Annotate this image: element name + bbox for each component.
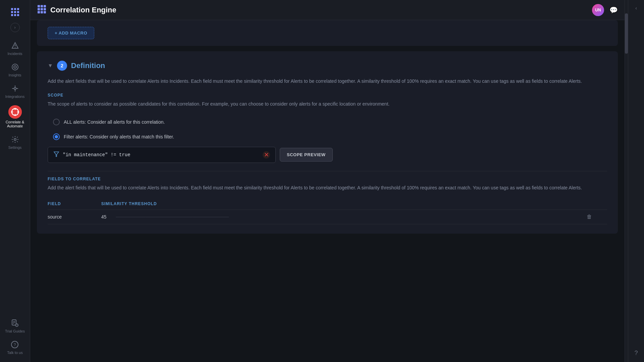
fields-description: Add the alert fields that will be used t…	[48, 184, 607, 191]
svg-text:?: ?	[14, 343, 16, 347]
sidebar-item-trial-guides[interactable]: Trial Guides	[2, 315, 28, 337]
filter-clear-button[interactable]: ✕	[263, 151, 270, 159]
svg-rect-28	[41, 5, 43, 7]
table-header-row: FIELD SIMILARITY THRESHOLD	[48, 198, 607, 210]
svg-rect-27	[38, 5, 40, 7]
section-title: Definition	[71, 61, 105, 70]
talk-to-us-icon: ?	[10, 340, 19, 349]
svg-point-6	[14, 87, 16, 89]
right-panel-help-icon[interactable]: ?	[634, 350, 638, 357]
definition-section: ▼ 2 Definition Add the alert fields that…	[37, 51, 618, 234]
filter-alerts-label: Filter alerts: Consider only alerts that…	[64, 134, 174, 139]
sidebar-item-integrations[interactable]: Integrations	[0, 80, 30, 102]
svg-rect-30	[38, 8, 40, 10]
scrollbar-thumb[interactable]	[625, 13, 628, 54]
all-alerts-radio[interactable]	[53, 119, 60, 125]
svg-rect-32	[44, 8, 46, 10]
sidebar-item-label: Incidents	[7, 52, 22, 56]
svg-point-2	[15, 47, 15, 48]
scrollbar-track[interactable]	[625, 0, 628, 362]
all-alerts-label: ALL alerts: Consider all alerts for this…	[64, 119, 165, 125]
step-badge: 2	[57, 61, 67, 71]
svg-marker-36	[54, 152, 59, 157]
threshold-value: 45	[101, 214, 107, 220]
app-header-icon	[37, 4, 46, 16]
sidebar: › Incidents Insights	[0, 0, 30, 362]
top-header: Correlation Engine UN 💬	[30, 0, 625, 20]
sidebar-expand-button[interactable]: ›	[10, 23, 20, 32]
svg-rect-33	[38, 11, 40, 13]
scope-section: SCOPE The scope of alerts to consider as…	[48, 93, 607, 163]
integrations-icon	[10, 84, 20, 93]
app-logo[interactable]	[8, 4, 22, 19]
app-title-area: Correlation Engine	[37, 4, 116, 16]
svg-rect-29	[44, 5, 46, 7]
delete-row-button[interactable]: 🗑	[587, 214, 592, 220]
correlate-icon	[8, 105, 22, 119]
svg-rect-34	[41, 11, 43, 13]
trial-guides-icon	[10, 318, 19, 328]
filter-input-box[interactable]: "in maintenance" != true ✕	[48, 147, 276, 163]
add-macro-button[interactable]: + ADD MACRO	[48, 27, 94, 39]
svg-point-24	[17, 325, 17, 326]
svg-point-5	[15, 67, 15, 67]
threshold-column-header: SIMILARITY THRESHOLD	[101, 198, 587, 210]
user-avatar[interactable]: UN	[592, 4, 604, 16]
macro-section: + ADD MACRO	[37, 20, 618, 46]
app-title: Correlation Engine	[50, 6, 116, 14]
insights-icon	[10, 62, 20, 72]
fields-to-correlate-section: FIELDS TO CORRELATE Add the alert fields…	[48, 177, 607, 224]
table-row: source 45 ──────────────────────────────…	[48, 210, 607, 224]
fields-table: FIELD SIMILARITY THRESHOLD source 45 ───…	[48, 198, 607, 224]
filter-value: "in maintenance" != true	[63, 152, 259, 158]
filter-row: "in maintenance" != true ✕ SCOPE PREVIEW	[48, 147, 607, 163]
scope-preview-button[interactable]: SCOPE PREVIEW	[280, 148, 333, 162]
svg-point-11	[8, 105, 22, 119]
definition-description: Add the alert fields that will be used t…	[48, 77, 607, 85]
content-area: + ADD MACRO ▼ 2 Definition Add the alert…	[30, 20, 625, 362]
sidebar-item-incidents[interactable]: Incidents	[0, 38, 30, 59]
right-panel: ‹ ?	[628, 0, 644, 362]
sidebar-item-label: Insights	[9, 73, 21, 77]
field-cell: source	[48, 210, 101, 224]
sidebar-item-settings[interactable]: Settings	[0, 131, 30, 153]
incidents-icon	[10, 41, 20, 50]
sidebar-item-label: Trial Guides	[5, 329, 25, 333]
delete-cell: 🗑	[587, 210, 607, 224]
collapse-button[interactable]: ▼	[48, 63, 53, 69]
sidebar-item-insights[interactable]: Insights	[0, 59, 30, 80]
section-header: ▼ 2 Definition	[48, 61, 607, 71]
sidebar-item-label: Settings	[8, 145, 22, 149]
svg-rect-35	[44, 11, 46, 13]
sidebar-item-label: Correlate & Automate	[3, 120, 27, 128]
threshold-cell: 45 ──────────────────────────────────	[101, 210, 587, 224]
filter-alerts-option[interactable]: Filter alerts: Consider only alerts that…	[48, 129, 607, 144]
fields-label: FIELDS TO CORRELATE	[48, 177, 607, 181]
sidebar-item-label: Integrations	[5, 95, 24, 99]
scope-label: SCOPE	[48, 93, 607, 98]
divider	[48, 171, 607, 171]
right-panel-collapse[interactable]: ‹	[635, 5, 637, 11]
svg-rect-31	[41, 8, 43, 10]
scope-description: The scope of alerts to consider as possi…	[48, 100, 607, 108]
field-column-header: FIELD	[48, 198, 101, 210]
svg-point-17	[14, 138, 16, 140]
header-right: UN 💬	[592, 4, 618, 16]
all-alerts-option[interactable]: ALL alerts: Consider all alerts for this…	[48, 115, 607, 129]
filter-alerts-radio[interactable]	[53, 133, 60, 140]
sidebar-item-talk-to-us[interactable]: ? Talk to us	[2, 337, 28, 358]
chat-icon[interactable]: 💬	[609, 6, 618, 14]
sidebar-item-correlate[interactable]: Correlate & Automate	[0, 102, 30, 131]
actions-column-header	[587, 198, 607, 210]
sidebar-item-label: Talk to us	[7, 351, 22, 355]
settings-icon	[10, 135, 20, 144]
filter-funnel-icon	[53, 151, 59, 159]
